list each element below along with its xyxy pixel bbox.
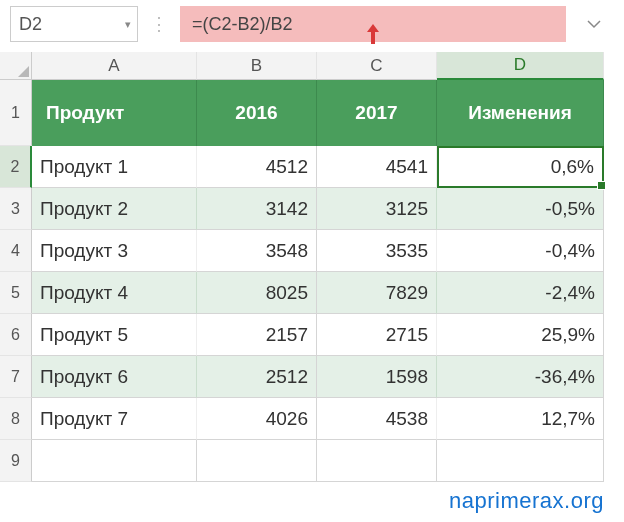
formula-text: =(C2-B2)/B2 bbox=[192, 14, 293, 35]
row-header[interactable]: 1 bbox=[0, 80, 32, 146]
row-header[interactable]: 6 bbox=[0, 314, 32, 356]
data-area: Продукт 2016 2017 Изменения Продукт 1 45… bbox=[32, 80, 624, 482]
dropdown-icon[interactable]: ▾ bbox=[125, 18, 131, 31]
cell[interactable]: 3125 bbox=[317, 188, 437, 230]
name-box-value: D2 bbox=[19, 14, 42, 35]
cell[interactable]: -0,5% bbox=[437, 188, 604, 230]
row-header[interactable]: 7 bbox=[0, 356, 32, 398]
cell[interactable]: Продукт 6 bbox=[32, 356, 197, 398]
name-box[interactable]: D2 ▾ bbox=[10, 6, 138, 42]
row-header[interactable]: 9 bbox=[0, 440, 32, 482]
cell[interactable]: 2512 bbox=[197, 356, 317, 398]
table-row: Продукт 3 3548 3535 -0,4% bbox=[32, 230, 624, 272]
table-header-row: Продукт 2016 2017 Изменения bbox=[32, 80, 624, 146]
cell[interactable]: Продукт 4 bbox=[32, 272, 197, 314]
column-header[interactable]: D bbox=[437, 52, 604, 80]
arrow-up-icon bbox=[366, 24, 380, 44]
separator: ⋮ bbox=[146, 13, 172, 35]
cell[interactable]: 4538 bbox=[317, 398, 437, 440]
cell[interactable]: Продукт 5 bbox=[32, 314, 197, 356]
expand-formula-button[interactable] bbox=[574, 6, 614, 42]
cell[interactable]: 3548 bbox=[197, 230, 317, 272]
cell[interactable]: -0,4% bbox=[437, 230, 604, 272]
column-header[interactable]: B bbox=[197, 52, 317, 80]
table-row: Продукт 7 4026 4538 12,7% bbox=[32, 398, 624, 440]
cell[interactable] bbox=[32, 440, 197, 482]
active-cell[interactable]: 0,6% bbox=[437, 146, 604, 188]
table-row: Продукт 4 8025 7829 -2,4% bbox=[32, 272, 624, 314]
cell[interactable] bbox=[317, 440, 437, 482]
formula-input[interactable]: =(C2-B2)/B2 bbox=[180, 6, 566, 42]
row-header[interactable]: 8 bbox=[0, 398, 32, 440]
cell[interactable]: Продукт 2 bbox=[32, 188, 197, 230]
row-headers: 1 2 3 4 5 6 7 8 9 bbox=[0, 52, 32, 482]
header-cell[interactable]: 2017 bbox=[317, 80, 437, 146]
header-cell[interactable]: 2016 bbox=[197, 80, 317, 146]
cell[interactable]: Продукт 1 bbox=[32, 146, 197, 188]
grid-cells: A B C D Продукт 2016 2017 Изменения Прод… bbox=[32, 52, 624, 482]
table-row bbox=[32, 440, 624, 482]
table-row: Продукт 2 3142 3125 -0,5% bbox=[32, 188, 624, 230]
column-header[interactable]: C bbox=[317, 52, 437, 80]
formula-bar: D2 ▾ ⋮ =(C2-B2)/B2 bbox=[0, 0, 624, 52]
chevron-down-icon bbox=[586, 19, 602, 29]
column-header[interactable]: A bbox=[32, 52, 197, 80]
header-cell[interactable]: Продукт bbox=[32, 80, 197, 146]
cell[interactable]: -36,4% bbox=[437, 356, 604, 398]
row-header[interactable]: 5 bbox=[0, 272, 32, 314]
cell[interactable]: 8025 bbox=[197, 272, 317, 314]
cell[interactable]: 3535 bbox=[317, 230, 437, 272]
table-row: Продукт 6 2512 1598 -36,4% bbox=[32, 356, 624, 398]
cell[interactable]: Продукт 3 bbox=[32, 230, 197, 272]
cell[interactable]: -2,4% bbox=[437, 272, 604, 314]
column-headers: A B C D bbox=[32, 52, 624, 80]
cell[interactable]: 7829 bbox=[317, 272, 437, 314]
cell[interactable]: 2157 bbox=[197, 314, 317, 356]
cell[interactable]: Продукт 7 bbox=[32, 398, 197, 440]
spreadsheet-grid: 1 2 3 4 5 6 7 8 9 A B C D Продукт 2016 2… bbox=[0, 52, 624, 482]
cell[interactable]: 25,9% bbox=[437, 314, 604, 356]
cell[interactable]: 12,7% bbox=[437, 398, 604, 440]
cell[interactable]: 2715 bbox=[317, 314, 437, 356]
watermark: naprimerax.org bbox=[449, 488, 604, 514]
table-row: Продукт 1 4512 4541 0,6% bbox=[32, 146, 624, 188]
cell[interactable]: 4541 bbox=[317, 146, 437, 188]
row-header[interactable]: 2 bbox=[0, 146, 32, 188]
cell[interactable] bbox=[437, 440, 604, 482]
cell[interactable]: 4512 bbox=[197, 146, 317, 188]
cell[interactable]: 1598 bbox=[317, 356, 437, 398]
row-header[interactable]: 3 bbox=[0, 188, 32, 230]
row-header[interactable]: 4 bbox=[0, 230, 32, 272]
header-cell[interactable]: Изменения bbox=[437, 80, 604, 146]
cell[interactable]: 4026 bbox=[197, 398, 317, 440]
select-all-corner[interactable] bbox=[0, 52, 32, 80]
cell[interactable] bbox=[197, 440, 317, 482]
table-row: Продукт 5 2157 2715 25,9% bbox=[32, 314, 624, 356]
cell[interactable]: 3142 bbox=[197, 188, 317, 230]
